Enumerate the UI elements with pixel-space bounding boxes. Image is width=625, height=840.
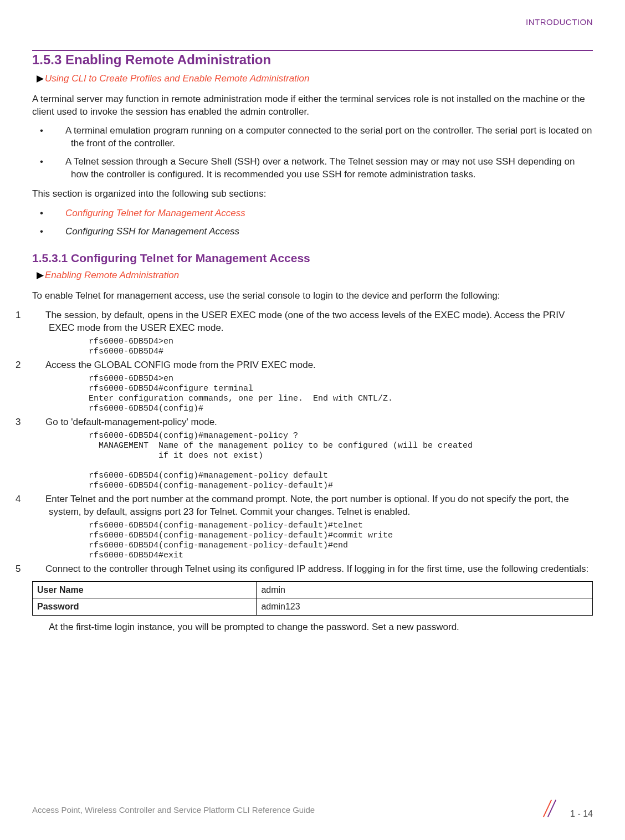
step-3: 3Go to 'default-management-policy' mode.…: [32, 416, 593, 491]
link-text: Configuring SSH for Management Access: [65, 226, 239, 237]
subsection-link-telnet[interactable]: •Configuring Telnet for Management Acces…: [32, 207, 593, 220]
chapter-header: INTRODUCTION: [32, 17, 593, 28]
breadcrumb-text: Using CLI to Create Profiles and Enable …: [45, 73, 310, 84]
bullet-icon: •: [55, 125, 65, 137]
section-heading: 1.5.3 Enabling Remote Administration: [32, 51, 593, 69]
subsection-heading: 1.5.3.1 Configuring Telnet for Managemen…: [32, 250, 593, 266]
footer-guide-title: Access Point, Wireless Controller and Se…: [32, 805, 315, 816]
step-number: 1: [32, 309, 45, 322]
code-block: rfs6000-6DB5D4>en rfs6000-6DB5D4#: [89, 337, 593, 357]
page-footer: Access Point, Wireless Controller and Se…: [0, 800, 625, 820]
section-intro: A terminal server may function in remote…: [32, 93, 593, 119]
post-table-note: At the first-time login instance, you wi…: [49, 621, 593, 634]
bullet-item: •A Telnet session through a Secure Shell…: [32, 156, 593, 181]
step-number: 3: [32, 416, 45, 429]
bullet-item: •A terminal emulation program running on…: [32, 125, 593, 150]
bullet-text: A terminal emulation program running on …: [65, 125, 592, 148]
breadcrumb-arrow-icon: ▶: [37, 73, 44, 84]
cred-label-pass: Password: [33, 598, 257, 616]
bullet-icon: •: [55, 226, 65, 238]
step-number: 2: [32, 359, 45, 372]
cred-value-pass: admin123: [257, 598, 593, 616]
step-text: Go to 'default-management-policy' mode.: [45, 417, 217, 427]
breadcrumb-text: Enabling Remote Administration: [45, 270, 179, 280]
procedure-steps: 1The session, by default, opens in the U…: [32, 309, 593, 576]
subsection-intro: To enable Telnet for management access, …: [32, 290, 593, 303]
step-text: Access the GLOBAL CONFIG mode from the P…: [45, 360, 316, 370]
subsection-breadcrumb[interactable]: ▶Enabling Remote Administration: [37, 269, 593, 282]
subsection-list: •Configuring Telnet for Management Acces…: [32, 207, 593, 238]
section-breadcrumb[interactable]: ▶Using CLI to Create Profiles and Enable…: [37, 73, 593, 85]
step-4: 4Enter Telnet and the port number at the…: [32, 493, 593, 561]
footer-slash-icon: [539, 800, 561, 817]
bullet-text: A Telnet session through a Secure Shell …: [65, 156, 575, 180]
step-number: 4: [32, 493, 45, 506]
subsection-link-ssh[interactable]: •Configuring SSH for Management Access: [32, 226, 593, 238]
step-text: Enter Telnet and the port number at the …: [45, 494, 569, 517]
code-block: rfs6000-6DB5D4>en rfs6000-6DB5D4#configu…: [89, 374, 593, 414]
code-block: rfs6000-6DB5D4(config)#management-policy…: [89, 431, 593, 491]
footer-page-number: 1 - 14: [570, 809, 593, 818]
breadcrumb-arrow-icon: ▶: [37, 270, 44, 280]
credentials-table: User Name admin Password admin123: [32, 581, 593, 616]
bullet-icon: •: [55, 207, 65, 220]
step-5: 5Connect to the controller through Telne…: [32, 563, 593, 576]
table-row: User Name admin: [33, 581, 593, 598]
link-text: Configuring Telnet for Management Access: [65, 208, 245, 218]
step-number: 5: [32, 563, 45, 576]
step-1: 1The session, by default, opens in the U…: [32, 309, 593, 357]
intro-bullets: •A terminal emulation program running on…: [32, 125, 593, 181]
step-text: Connect to the controller through Telnet…: [45, 564, 588, 574]
cred-value-user: admin: [257, 581, 593, 598]
code-block: rfs6000-6DB5D4(config-management-policy-…: [89, 521, 593, 561]
bullet-icon: •: [55, 156, 65, 168]
step-text: The session, by default, opens in the US…: [45, 310, 565, 333]
step-2: 2Access the GLOBAL CONFIG mode from the …: [32, 359, 593, 414]
table-row: Password admin123: [33, 598, 593, 616]
subsections-intro: This section is organized into the follo…: [32, 188, 593, 201]
cred-label-user: User Name: [33, 581, 257, 598]
